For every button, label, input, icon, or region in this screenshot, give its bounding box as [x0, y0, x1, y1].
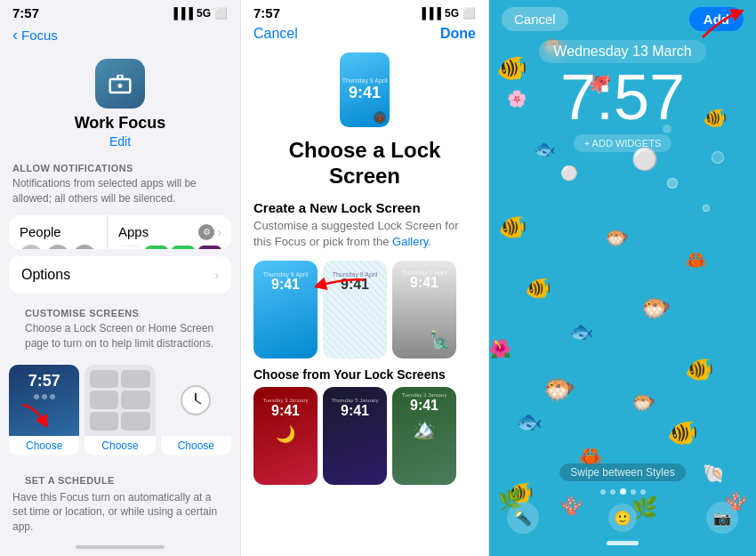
nature-decoration: 🏔️ — [413, 417, 437, 440]
lockscreen-main-content: Wednesday 13 March 7:57 + ADD WIDGETS — [489, 35, 756, 152]
create-new-title: Create a New Lock Screen — [253, 200, 476, 215]
back-label: Focus — [21, 28, 58, 43]
faceid-icon: 🙂 — [608, 504, 637, 532]
home-indicator-3 — [607, 541, 639, 545]
network-type-1: 5G — [197, 7, 211, 20]
status-bar-1: 7:57 ▐▐▐ 5G ⬜ — [0, 0, 240, 22]
puffer-2: 🐡 — [631, 391, 655, 415]
people-icons — [20, 245, 96, 249]
dot-ind-5 — [640, 489, 646, 495]
home-icon-4 — [121, 391, 149, 409]
add-button[interactable]: Add — [689, 7, 744, 31]
choose-label-2: Choose — [84, 436, 155, 455]
ls-option-photo[interactable]: Thursday 9 April 9:41 🗽 — [392, 261, 456, 359]
ls-phone-mini: Thursday 9 April 9:41 💼 — [340, 52, 390, 127]
choose-label-3: Choose — [161, 436, 231, 455]
battery-icon-1: ⬜ — [214, 7, 228, 20]
bubble-5 — [712, 151, 724, 164]
status-icons-2: ▐▐▐ 5G ⬜ — [418, 7, 476, 20]
arrow-svg-1 — [18, 400, 53, 427]
focus-edit-button[interactable]: Edit — [109, 134, 131, 149]
home-indicator-1 — [0, 538, 240, 556]
home-icon-1 — [90, 370, 118, 389]
puffer-1: 🐡 — [605, 227, 629, 250]
battery-icon-2: ⬜ — [462, 7, 476, 20]
people-cell[interactable]: People — [9, 215, 108, 249]
home-icon-6 — [121, 412, 149, 431]
clock-card[interactable]: Choose — [161, 365, 231, 455]
fish-7: 🐠 — [525, 276, 551, 301]
focus-header: Work Focus Edit — [0, 52, 240, 157]
done-button[interactable]: Done — [440, 26, 476, 42]
apps-label: Apps ⚙ › — [118, 224, 221, 240]
apps-cell[interactable]: Apps ⚙ › M 📱 📞 # — [108, 215, 231, 249]
fish-6: 🐠 — [498, 214, 527, 241]
schedule-section: SET A SCHEDULE Have this Focus turn on a… — [0, 461, 240, 538]
lockscreen-mini-preview: Thursday 9 April 9:41 💼 — [241, 49, 488, 136]
ls-main-time: 7:57 — [560, 65, 685, 129]
choose-lockscreen-title: Choose a Lock Screen — [241, 136, 488, 200]
green-app-icon: 📱 — [145, 246, 168, 249]
panel2-topbar: Cancel Done — [241, 22, 488, 49]
schedule-title: SET A SCHEDULE — [12, 470, 228, 488]
create-new-section: Create a New Lock Screen Customise a sug… — [241, 200, 488, 257]
ls-option-blue[interactable]: Thursday 9 April 9:41 — [253, 261, 318, 359]
lockscreen-card[interactable]: 7:57 Choose — [9, 365, 79, 455]
existing-ls-3[interactable]: Tuesday 3 January 9:41 🏔️ — [392, 387, 456, 485]
existing-ls-1[interactable]: Tuesday 3 January 9:41 🌙 — [253, 387, 318, 485]
cancel-button-3[interactable]: Cancel — [502, 7, 568, 31]
exist-ls1-time: 9:41 — [271, 403, 300, 419]
create-new-desc: Customise a suggested Lock Screen for th… — [253, 218, 476, 250]
panel-choose-lockscreen: 7:57 ▐▐▐ 5G ⬜ Cancel Done Thursday 9 Apr… — [240, 0, 489, 556]
bubble-3 — [667, 178, 678, 189]
card-time-1: 7:57 — [28, 372, 60, 391]
fish-9: 🐟 — [569, 320, 593, 343]
gallery-link[interactable]: Gallery — [392, 235, 428, 248]
allow-notif-desc: Notifications from selected apps will be… — [0, 176, 240, 212]
home-bar-1 — [76, 545, 165, 549]
avatar-1 — [20, 245, 43, 249]
moon-decoration: 🌙 — [276, 424, 295, 444]
slack-app-icon: # — [198, 246, 221, 249]
choose-label-1: Choose — [9, 436, 79, 455]
back-chevron-icon: ‹ — [12, 26, 18, 44]
ls-mini-badge: 💼 — [374, 111, 386, 124]
statue-decoration: 🗽 — [430, 330, 449, 350]
allow-notif-label: ALLOW NOTIFICATIONS — [0, 157, 240, 176]
bottom-icons-row: 🔦 🙂 📷 — [489, 502, 756, 534]
home-icon-5 — [90, 412, 118, 431]
ls-mini-time: 9:41 — [349, 84, 381, 102]
from-lockscreens-label: Choose from Your Lock Screens — [241, 366, 488, 387]
status-time-2: 7:57 — [253, 5, 280, 20]
chevron-right-icon: › — [217, 225, 221, 239]
dot-1 — [34, 394, 39, 399]
bubble-4 — [703, 205, 710, 212]
signal-bars-icon-2: ▐▐▐ — [418, 7, 441, 20]
bottom-bar-3: Swipe between Styles 🔦 🙂 📷 — [489, 463, 756, 545]
ls-mini-date: Thursday 9 April — [342, 77, 388, 84]
ls-opt1-time: 9:41 — [271, 278, 300, 292]
cancel-button[interactable]: Cancel — [253, 26, 298, 42]
apps-icons: M 📱 📞 # — [118, 246, 221, 249]
dot-3 — [50, 394, 55, 399]
bubble-2: ⚪ — [560, 165, 578, 181]
status-time-1: 7:57 — [12, 5, 39, 20]
fish-10: 🐠 — [685, 356, 713, 383]
camera-button[interactable]: 📷 — [706, 502, 738, 534]
panel-live-lockscreen: 🐠 🐡 🐙 🌸 🐠 🐟 ⚪ ⚪ 🐠 🐡 🦀 🐠 🐡 🐟 🌺 🐠 🐡 🐡 🐟 🐠 … — [489, 0, 756, 556]
clock-svg-icon — [180, 384, 212, 416]
settings-badge-icon: ⚙ — [198, 224, 214, 240]
existing-ls-2[interactable]: Thursday 5 January 9:41 — [323, 387, 387, 485]
add-widgets-bar[interactable]: + ADD WIDGETS — [574, 134, 672, 152]
options-row[interactable]: Options › — [9, 256, 231, 294]
avatar-3 — [73, 245, 96, 249]
fish-big-2: 🐠 — [667, 418, 698, 447]
torch-button[interactable]: 🔦 — [507, 502, 539, 534]
homescreen-card[interactable]: Choose — [84, 365, 155, 455]
customise-title: CUSTOMISE SCREENS — [12, 302, 228, 321]
panel-work-focus: 7:57 ▐▐▐ 5G ⬜ ‹ Focus Work Focus Edit AL… — [0, 0, 240, 556]
exist-ls3-time: 9:41 — [410, 398, 438, 414]
dot-ind-4 — [631, 489, 636, 495]
people-label: People — [20, 224, 96, 239]
back-navigation[interactable]: ‹ Focus — [0, 22, 240, 52]
